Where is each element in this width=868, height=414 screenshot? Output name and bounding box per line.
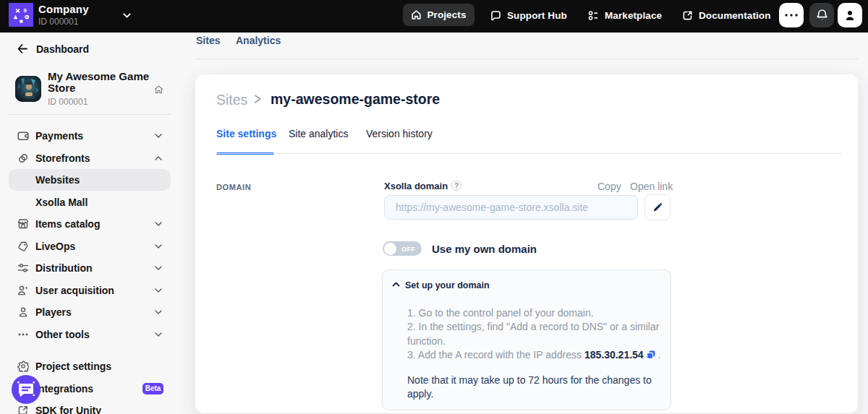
svg-text:s: s	[23, 7, 27, 14]
